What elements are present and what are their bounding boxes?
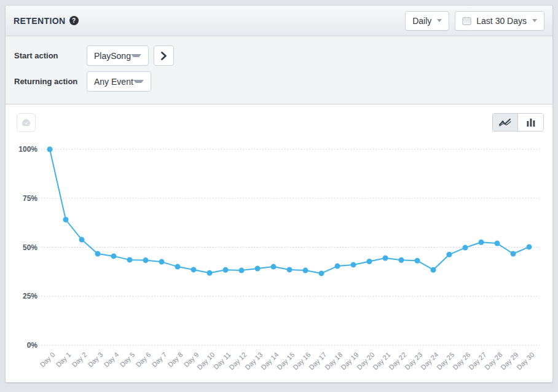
svg-text:Day 4: Day 4: [103, 351, 120, 369]
start-action-row: Start action PlaySong: [14, 45, 544, 66]
retention-line-chart[interactable]: 0%25%50%75%100%Day 0Day 1Day 2Day 3Day 4…: [6, 104, 553, 383]
svg-text:Day 0: Day 0: [39, 351, 57, 369]
svg-text:Day 30: Day 30: [515, 351, 535, 371]
svg-text:50%: 50%: [23, 243, 37, 252]
chevron-down-icon: [133, 80, 144, 83]
date-range-dropdown[interactable]: Last 30 Days: [455, 11, 544, 31]
chevron-right-icon: [160, 52, 167, 60]
svg-text:Day 5: Day 5: [119, 351, 136, 369]
returning-action-dropdown[interactable]: Any Event: [87, 71, 151, 92]
line-view-button[interactable]: [493, 114, 518, 131]
dashboard-gauge-icon: [21, 118, 31, 127]
svg-text:25%: 25%: [23, 292, 37, 300]
svg-text:Day 3: Day 3: [87, 351, 104, 369]
dashboard-gauge-button[interactable]: [17, 113, 36, 132]
calendar-icon: [462, 17, 471, 25]
svg-text:Day 2: Day 2: [71, 351, 88, 369]
chart-type-toggle: [492, 113, 544, 131]
filter-panel: Start action PlaySong Returning action A…: [6, 36, 552, 104]
svg-text:Day 8: Day 8: [167, 351, 184, 369]
bar-view-button[interactable]: [518, 114, 543, 131]
start-action-dropdown[interactable]: PlaySong: [87, 45, 149, 66]
svg-text:100%: 100%: [18, 145, 37, 154]
svg-text:Day 10: Day 10: [195, 351, 216, 371]
start-action-value: PlaySong: [94, 51, 131, 61]
line-chart-icon: [499, 118, 511, 127]
svg-text:0%: 0%: [27, 341, 38, 350]
svg-text:Day 1: Day 1: [55, 351, 73, 369]
bar-chart-icon: [526, 118, 536, 127]
retention-card: RETENTION ? Daily: [5, 5, 553, 383]
page-title: RETENTION: [14, 16, 66, 26]
help-icon[interactable]: ?: [69, 16, 79, 25]
expand-action-button[interactable]: [154, 45, 174, 66]
start-action-label: Start action: [14, 51, 87, 60]
svg-text:75%: 75%: [23, 194, 37, 203]
granularity-dropdown[interactable]: Daily: [405, 11, 449, 31]
retention-header: RETENTION ? Daily: [6, 6, 552, 36]
chart-toolbar: [17, 113, 544, 131]
svg-text:Day 7: Day 7: [151, 351, 168, 369]
chevron-down-icon: [437, 19, 442, 22]
retention-page: { "header": { "title": "RETENTION", "hel…: [0, 0, 558, 392]
chevron-down-icon: [532, 19, 537, 22]
date-range-value: Last 30 Days: [476, 16, 527, 26]
granularity-value: Daily: [412, 16, 431, 26]
header-controls: Daily Last 30 Days: [405, 11, 544, 31]
returning-action-label: Returning action: [14, 77, 87, 86]
chart-section: 0%25%50%75%100%Day 0Day 1Day 2Day 3Day 4…: [6, 104, 552, 382]
svg-text:Day 6: Day 6: [135, 351, 152, 369]
returning-action-value: Any Event: [94, 77, 133, 87]
returning-action-row: Returning action Any Event: [14, 71, 544, 92]
chevron-down-icon: [131, 54, 141, 57]
